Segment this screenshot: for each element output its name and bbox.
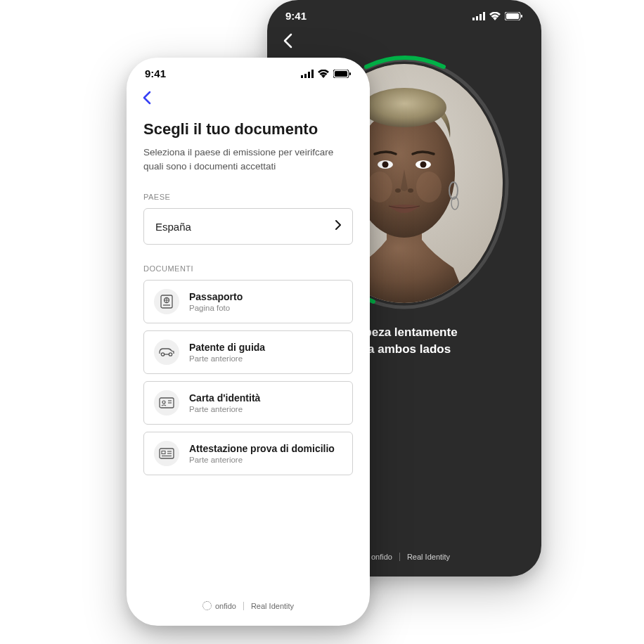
svg-rect-25 [335,71,347,77]
svg-rect-5 [506,13,519,19]
svg-point-19 [416,172,442,202]
documents-section-label: DOCUMENTI [143,264,353,273]
chevron-right-icon [335,220,341,233]
brand-name: onfido [215,602,236,610]
country-value: España [155,221,191,233]
car-icon [154,340,179,365]
document-option-address-proof[interactable]: Attestazione prova di domicilio Parte an… [143,432,353,475]
svg-rect-1 [476,16,478,20]
svg-rect-3 [483,12,485,20]
passport-icon [154,289,179,314]
country-section-label: PAESE [143,193,353,201]
status-bar: 9:41 [127,58,370,85]
brand-logo: onfido [202,601,236,610]
status-time: 9:41 [145,67,166,79]
status-time: 9:41 [285,10,307,22]
page-subheading: Seleziona il paese di emissione per veir… [143,146,353,173]
svg-rect-40 [162,451,165,454]
svg-rect-23 [311,70,314,78]
brand-footer: onfido Real Identity [127,601,370,610]
battery-icon [333,70,352,78]
address-card-icon [154,441,179,466]
svg-point-33 [169,353,172,356]
doc-title: Patente di guida [189,342,265,353]
svg-point-9 [362,88,446,127]
status-bar: 9:41 [267,0,541,27]
doc-subtitle: Pagina foto [189,304,243,312]
svg-point-32 [161,353,164,356]
svg-rect-20 [301,75,303,78]
brand-divider [243,602,244,610]
svg-point-11 [382,162,389,168]
doc-title: Carta d'identità [189,392,260,404]
doc-title: Passaporto [189,291,243,302]
svg-point-15 [408,188,413,193]
country-selector[interactable]: España [143,208,353,245]
page-heading: Scegli il tuo documento [143,120,353,139]
wifi-icon [489,12,501,20]
svg-rect-22 [308,72,310,78]
svg-rect-26 [349,72,351,75]
document-option-license[interactable]: Patente di guida Parte anteriore [143,330,353,374]
brand-ring-icon [202,601,212,610]
doc-subtitle: Parte anteriore [189,405,260,413]
document-option-passport[interactable]: Passaporto Pagina foto [143,280,353,323]
svg-point-14 [395,188,401,193]
document-select-content: Scegli il tuo documento Seleziona il pae… [127,113,370,475]
svg-point-13 [420,162,427,168]
id-card-icon [154,390,179,416]
brand-tagline: Real Identity [407,553,450,561]
doc-title: Attestazione prova di domicilio [189,443,335,454]
svg-rect-6 [521,15,522,18]
brand-name: onfido [371,553,392,561]
svg-rect-0 [472,18,475,20]
wifi-icon [318,70,329,78]
doc-subtitle: Parte anteriore [189,456,335,464]
document-option-id-card[interactable]: Carta d'identità Parte anteriore [143,381,353,425]
svg-rect-2 [479,14,482,20]
doc-subtitle: Parte anteriore [189,354,265,363]
svg-point-36 [162,401,165,404]
status-icons [301,70,352,78]
battery-icon [505,12,523,20]
signal-icon [301,70,314,78]
back-button[interactable] [267,27,541,57]
status-icons [472,12,523,20]
phone-light-document-select: 9:41 Scegli il tuo documento Seleziona i… [127,58,370,626]
signal-icon [472,12,485,20]
svg-point-18 [367,172,392,202]
svg-rect-21 [304,74,307,78]
brand-divider [399,553,400,561]
back-button[interactable] [127,85,370,113]
brand-tagline: Real Identity [251,602,294,610]
